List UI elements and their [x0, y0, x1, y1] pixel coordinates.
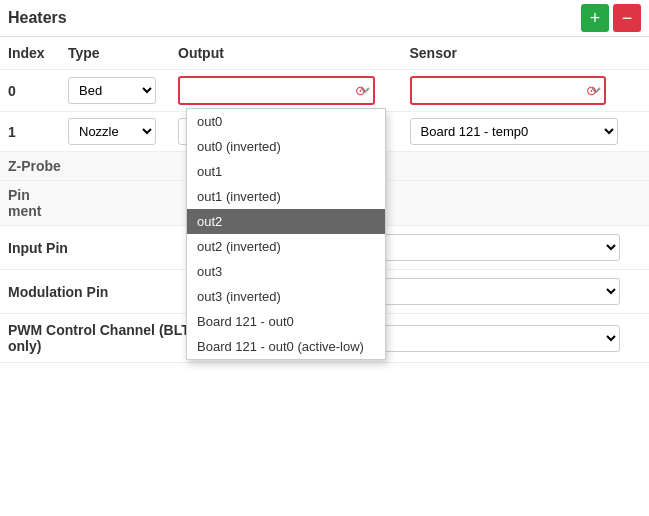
- table-row: 0 Bed Nozzle Chamber ⊙ out0 out0 (invert…: [0, 70, 649, 112]
- row-0-index: 0: [8, 83, 68, 99]
- row-1-type-cell: Bed Nozzle Chamber: [68, 118, 178, 145]
- page-title: Heaters: [8, 9, 67, 27]
- dropdown-item-out0[interactable]: out0: [187, 109, 385, 134]
- dropdown-item-out1-inv[interactable]: out1 (inverted): [187, 184, 385, 209]
- row-0-type-select[interactable]: Bed Nozzle Chamber: [68, 77, 156, 104]
- row-1-type-select[interactable]: Bed Nozzle Chamber: [68, 118, 156, 145]
- row-1-index: 1: [8, 124, 68, 140]
- row-1-sensor-select[interactable]: Board 121 - temp0 Board 121 - temp1: [410, 118, 618, 145]
- dropdown-item-out3[interactable]: out3: [187, 259, 385, 284]
- row-0-sensor-cell: ⊙: [410, 76, 642, 105]
- row-0-type-cell: Bed Nozzle Chamber: [68, 77, 178, 104]
- dropdown-item-board-out0-low[interactable]: Board 121 - out0 (active-low): [187, 334, 385, 359]
- header: Heaters + −: [0, 0, 649, 37]
- pin-comment2: ment: [8, 203, 68, 219]
- dropdown-item-out2[interactable]: out2: [187, 209, 385, 234]
- dropdown-item-out0-inv[interactable]: out0 (inverted): [187, 134, 385, 159]
- dropdown-item-board-out0[interactable]: Board 121 - out0: [187, 309, 385, 334]
- header-buttons: + −: [581, 4, 641, 32]
- row-0-sensor-select[interactable]: [410, 76, 607, 105]
- dropdown-item-out3-inv[interactable]: out3 (inverted): [187, 284, 385, 309]
- remove-button[interactable]: −: [613, 4, 641, 32]
- col-sensor: Sensor: [410, 45, 642, 61]
- col-type: Type: [68, 45, 178, 61]
- add-button[interactable]: +: [581, 4, 609, 32]
- col-output: Output: [178, 45, 410, 61]
- zprobe-label: Z-Probe: [8, 158, 178, 174]
- output-dropdown: out0 out0 (inverted) out1 out1 (inverted…: [186, 108, 386, 360]
- dropdown-item-out2-inv[interactable]: out2 (inverted): [187, 234, 385, 259]
- row-0-output-cell: ⊙ out0 out0 (inverted) out1 out1 (invert…: [178, 76, 410, 105]
- table-header: Index Type Output Sensor: [0, 37, 649, 70]
- dropdown-item-out1[interactable]: out1: [187, 159, 385, 184]
- col-index: Index: [8, 45, 68, 61]
- row-0-output-select[interactable]: [178, 76, 375, 105]
- pin-label: Pin: [8, 187, 178, 203]
- row-1-sensor-cell: Board 121 - temp0 Board 121 - temp1: [410, 118, 642, 145]
